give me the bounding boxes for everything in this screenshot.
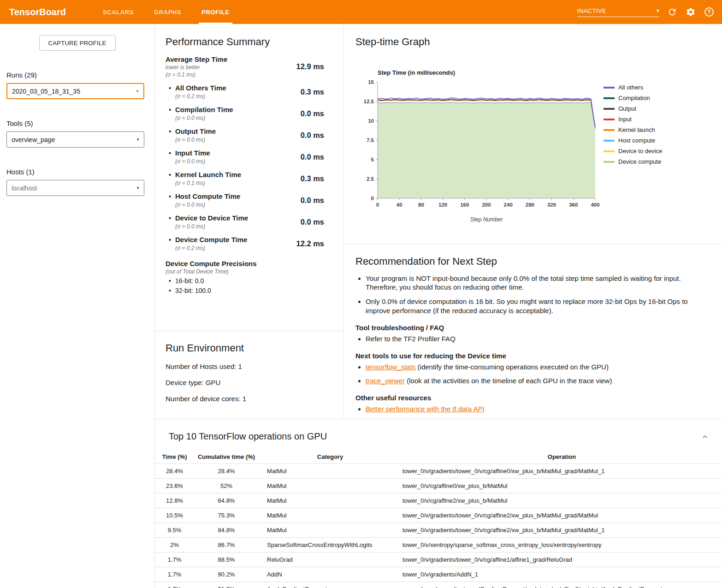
- precisions-label: Device Compute Precisions: [166, 260, 324, 267]
- tensorflow_stats-link[interactable]: tensorflow_stats: [366, 363, 415, 371]
- top-ops-title: Top 10 TensorFlow operations on GPU: [169, 431, 327, 442]
- run-env-line: Number of device cores: 1: [166, 395, 333, 403]
- operation-cell: tower_0/v/gradients/tower_0/v/cg/affine2…: [402, 523, 722, 538]
- legend-swatch: [604, 108, 615, 110]
- bullet-icon: •: [169, 127, 175, 143]
- operation-cell: tower_0/v/cg/affine0/xw_plus_b/MatMul: [402, 479, 722, 493]
- perf-entry: •All Others Time(σ = 0.2 ms)0.3 ms: [166, 84, 324, 100]
- chevron-down-icon: ▾: [136, 137, 139, 143]
- table-row: 23.6%52%MatMultower_0/v/cg/affine0/xw_pl…: [155, 479, 722, 493]
- category-cell: MatMul: [259, 493, 402, 508]
- sidebar: CAPTURE PROFILE Runs (29) 2020_03_05_18_…: [0, 24, 154, 588]
- table-row: 10.5%75.3%MatMultower_0/v/gradients/towe…: [155, 508, 722, 523]
- tab-profile[interactable]: PROFILE: [191, 0, 240, 24]
- run-environment-title: Run Environment: [166, 342, 333, 354]
- tools-dropdown[interactable]: overview_page ▾: [6, 131, 144, 148]
- tools-dropdown-value: overview_page: [12, 136, 55, 143]
- cumulative-cell: 84.8%: [194, 523, 259, 538]
- other-resources-heading: Other useful resources: [355, 394, 701, 402]
- column-header: Cumulative time (%): [194, 450, 259, 464]
- perf-entry: •Host Compute Time(σ = 0.0 ms)0.0 ms: [166, 192, 324, 208]
- help-icon[interactable]: ?: [704, 6, 715, 18]
- step-time-chart-wrap: Step Time (in milliseconds)02.557.51012.…: [355, 68, 722, 225]
- svg-text:320: 320: [547, 202, 556, 208]
- tools-label: Tools (5): [6, 119, 154, 127]
- table-row: 1.7%90.2%AddNtower_0/v/gradients/AddN_1: [155, 567, 722, 582]
- svg-text:0: 0: [376, 202, 379, 208]
- chevron-down-icon: ▾: [136, 185, 139, 191]
- bullet-icon: •: [169, 84, 175, 100]
- column-header: Operation: [402, 450, 722, 464]
- svg-text:10: 10: [368, 118, 374, 124]
- hosts-label: Hosts (1): [6, 168, 154, 176]
- run-env-line: Device type: GPU: [166, 379, 333, 386]
- perf-entry: •Input Time(σ = 0.0 ms)0.0 ms: [166, 149, 324, 165]
- bullet-icon: •: [169, 106, 175, 121]
- tab-bar: SCALARSGRAPHSPROFILE: [93, 0, 240, 24]
- collapse-chevron-up-icon[interactable]: [701, 433, 709, 441]
- tab-scalars[interactable]: SCALARS: [93, 0, 144, 24]
- svg-text:Step Time (in milliseconds): Step Time (in milliseconds): [378, 69, 455, 76]
- performance-summary-section: Performance Summary Average Step Time lo…: [155, 24, 343, 331]
- column-header: Time (%): [155, 450, 194, 464]
- bullet-icon: •: [169, 149, 175, 165]
- svg-text:240: 240: [504, 202, 513, 208]
- operation-cell: tower_0/v/gradients/tower_0/v/cg/affine1…: [402, 552, 722, 567]
- category-cell: MatMul: [259, 479, 402, 493]
- perf-entry: •Kernel Launch Time(σ = 0.1 ms)0.3 ms: [166, 171, 324, 186]
- cumulative-cell: 75.3%: [194, 508, 259, 523]
- status-dropdown[interactable]: INACTIVE ▾: [577, 7, 659, 17]
- time-cell: 23.6%: [155, 479, 194, 493]
- category-cell: MatMul: [259, 508, 402, 523]
- top-ops-section: Top 10 TensorFlow operations on GPU Time…: [155, 419, 722, 588]
- bullet-icon: •: [169, 236, 175, 251]
- time-cell: 1.7%: [155, 552, 194, 567]
- perf-entry: •Output Time(σ = 0.0 ms)0.0 ms: [166, 127, 324, 143]
- svg-text:7.5: 7.5: [367, 137, 374, 143]
- tab-graphs[interactable]: GRAPHS: [144, 0, 191, 24]
- legend-item: Kernel launch: [604, 126, 662, 133]
- refresh-icon[interactable]: [667, 6, 678, 18]
- time-cell: 12.8%: [155, 493, 194, 508]
- svg-text:80: 80: [418, 202, 424, 208]
- svg-text:15: 15: [368, 79, 374, 85]
- category-cell: AddN: [259, 567, 402, 582]
- svg-text:200: 200: [482, 202, 491, 208]
- legend-swatch: [604, 161, 615, 163]
- main-content: Performance Summary Average Step Time lo…: [154, 24, 722, 588]
- hosts-dropdown[interactable]: localhost ▾: [6, 180, 144, 196]
- svg-text:5: 5: [371, 157, 374, 162]
- legend-swatch: [604, 119, 615, 120]
- perf-entry: •Compilation Time(σ = 0.0 ms)0.0 ms: [166, 106, 324, 121]
- top-ops-header-row: Time (%)Cumulative time (%)CategoryOpera…: [155, 450, 722, 464]
- faq-heading: Tool troubleshooting / FAQ: [355, 324, 701, 332]
- legend-item: Compilation: [604, 95, 662, 101]
- legend-item: All others: [604, 84, 662, 91]
- legend-item: Device compute: [604, 158, 662, 165]
- runs-dropdown-value: 2020_03_05_18_31_35: [12, 88, 80, 95]
- capture-profile-button[interactable]: CAPTURE PROFILE: [39, 35, 116, 51]
- next-tool-item: trace_viewer (look at the activities on …: [366, 376, 701, 386]
- svg-text:160: 160: [460, 202, 469, 208]
- trace_viewer-link[interactable]: trace_viewer: [366, 377, 405, 385]
- table-row: 1.7%88.5%ReluGradtower_0/v/gradients/tow…: [155, 552, 722, 567]
- next-tools-heading: Next tools to use for reducing the Devic…: [355, 352, 701, 360]
- table-row: 12.8%64.8%MatMultower_0/v/cg/affine2/xw_…: [155, 493, 722, 508]
- next-tool-item: tensorflow_stats (identify the time-cons…: [366, 362, 701, 372]
- runs-label: Runs (29): [6, 71, 154, 79]
- tfdata-performance-link[interactable]: Better performance with the tf.data API: [366, 405, 485, 413]
- operation-cell: tower_0/v/xentropy/sparse_softmax_cross_…: [402, 538, 722, 552]
- operation-cell: tower_0/v/gradients/tower_0/v/cg/affine2…: [402, 508, 722, 523]
- table-row: 1.7%91.9%ApplyGradientDescentappend_appl…: [155, 582, 722, 588]
- recommendation-bullet: Only 0.0% of device computation is 16 bi…: [366, 297, 701, 315]
- cumulative-cell: 64.8%: [194, 493, 259, 508]
- precisions-note: (out of Total Device Time): [166, 268, 324, 275]
- perf-entry: •Device to Device Time(σ = 0.0 ms)0.0 ms: [166, 214, 324, 230]
- settings-gear-icon[interactable]: [685, 6, 696, 18]
- time-cell: 28.4%: [155, 464, 194, 479]
- legend-swatch: [604, 150, 615, 152]
- average-step-time-entry: Average Step Time lower is better (σ = 0…: [166, 55, 324, 78]
- runs-dropdown[interactable]: 2020_03_05_18_31_35 ▾: [6, 83, 144, 99]
- legend-swatch: [604, 87, 615, 89]
- chevron-down-icon: ▾: [136, 88, 139, 94]
